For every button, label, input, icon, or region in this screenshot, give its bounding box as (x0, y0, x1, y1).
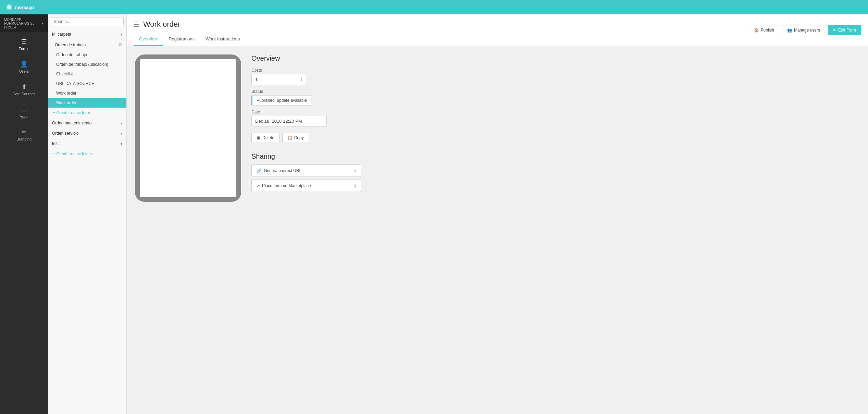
tab-overview[interactable]: Overview (134, 33, 163, 46)
folder-mi-carpeta-toggle: ▾ (121, 33, 122, 36)
users-icon: 👤 (20, 60, 28, 68)
status-label: Status (251, 89, 850, 94)
account-selector[interactable]: MOREAPP FORMULARIOS SL (33915) ▾ (0, 14, 48, 33)
create-new-folder-link[interactable]: + Create a new folder (48, 149, 126, 159)
branding-icon: ✏ (22, 128, 27, 136)
sidebar-item-label-forms: Forms (18, 47, 29, 51)
marketplace-icon: ↗ (257, 183, 260, 188)
apps-icon: ☐ (21, 106, 27, 113)
folder-mi-carpeta-label: Mi carpeta (52, 32, 71, 37)
tree-item-checklist[interactable]: Checklist (48, 69, 126, 79)
account-chevron: ▾ (42, 21, 44, 26)
folder-orden-servicio[interactable]: Orden servicio ▾ (48, 128, 126, 138)
delete-button[interactable]: 🗑 Delete (251, 133, 280, 143)
main-header: ☰ Work order Overview Registrations Work… (127, 14, 868, 46)
forms-icon: ☰ (21, 38, 27, 45)
costs-label: Costs (251, 68, 850, 73)
edit-form-icon: ✏ (833, 28, 836, 33)
tree-item-work-order-active[interactable]: Work order (48, 98, 126, 108)
delete-label: Delete (262, 135, 274, 140)
generate-url-info-icon[interactable]: ℹ (354, 168, 356, 173)
topbar: moreapp (0, 0, 868, 14)
generate-url-label: Generate direct URL (264, 168, 301, 173)
date-value: Dec 18, 2018 12:20 PM (251, 116, 327, 126)
overview-heading: Overview (251, 54, 850, 62)
action-buttons: 🗑 Delete 📋 Copy (251, 133, 850, 143)
costs-info-icon[interactable]: ℹ (301, 77, 302, 82)
tree-item-orden-trabajo-ubicacion[interactable]: Orden de trabajo (ubicación) (48, 60, 126, 69)
folder-orden-servicio-toggle: ▾ (121, 132, 122, 135)
folder-orden-trabajo-gear[interactable]: ⚙ (118, 42, 122, 47)
folder-orden-mantenimiento[interactable]: Orden mantenimiento ▾ (48, 118, 126, 128)
page-title: Work order (143, 20, 180, 29)
copy-label: Copy (294, 135, 304, 140)
device-inner (140, 59, 236, 197)
create-new-form-link[interactable]: + Create a new form (48, 108, 126, 118)
folder-orden-servicio-label: Orden servicio (52, 131, 78, 136)
generate-url-icon: 🔗 (257, 168, 262, 173)
status-value: Published, update available (251, 95, 311, 106)
marketplace-info-icon[interactable]: ℹ (354, 183, 356, 188)
datasources-icon: ⬆ (22, 83, 27, 90)
costs-value: 1 ℹ (251, 74, 306, 85)
tab-registrations[interactable]: Registrations (163, 33, 200, 46)
folder-orden-mantenimiento-toggle: ▾ (121, 121, 122, 125)
main-content: ☰ Work order Overview Registrations Work… (127, 14, 868, 414)
publish-label: Publish (761, 28, 774, 33)
logo[interactable]: moreapp (5, 3, 34, 11)
manage-users-icon: 👥 (787, 28, 792, 33)
tree-item-work-order-1[interactable]: Work order (48, 88, 126, 98)
manage-users-button[interactable]: 👥 Manage users (782, 25, 825, 35)
page-title-area: ☰ Work order (134, 14, 245, 29)
account-label: MOREAPP FORMULARIOS SL (33915) (4, 18, 42, 29)
marketplace-button[interactable]: ↗ Place form on Marketplace ℹ (251, 180, 361, 192)
delete-icon: 🗑 (257, 135, 261, 140)
file-tree: Mi carpeta ▾ Orden de trabajo ⚙ Orden de… (48, 14, 127, 414)
sidebar-item-datasources[interactable]: ⬆ Data Sources (0, 78, 48, 101)
logo-text: moreapp (15, 5, 34, 10)
folder-test[interactable]: test ▾ (48, 138, 126, 149)
sidebar-item-label-branding: Branding (16, 137, 32, 141)
folder-orden-mantenimiento-label: Orden mantenimiento (52, 121, 91, 125)
sidebar-item-branding[interactable]: ✏ Branding (0, 123, 48, 146)
edit-form-label: Edit Form (838, 28, 856, 33)
header-actions: 🏠 Publish 👥 Manage users ✏ Edit Form (749, 25, 861, 35)
folder-mi-carpeta[interactable]: Mi carpeta ▾ (48, 29, 126, 39)
manage-users-label: Manage users (794, 28, 820, 33)
logo-icon (5, 3, 13, 11)
tree-item-orden-trabajo-1[interactable]: Orden de trabajo (48, 50, 126, 60)
tree-item-url-data-source[interactable]: URL DATA SOURCE (48, 79, 126, 88)
search-input[interactable] (51, 17, 124, 26)
sidebar-item-label-apps: Apps (20, 114, 28, 119)
overview-panel: Overview Costs 1 ℹ Status Published, upd… (241, 54, 860, 406)
folder-test-toggle: ▾ (121, 142, 122, 146)
page-title-icon: ☰ (134, 20, 140, 28)
generate-url-button[interactable]: 🔗 Generate direct URL ℹ (251, 165, 361, 177)
form-preview (135, 54, 241, 406)
search-container (48, 14, 126, 29)
folder-orden-trabajo-label: Orden de trabajo (55, 42, 86, 47)
marketplace-label: Place form on Marketplace (262, 183, 311, 188)
folder-test-label: test (52, 141, 59, 146)
sidebar-nav: ☰ Forms 👤 Users ⬆ Data Sources ☐ Apps ✏ … (0, 33, 48, 146)
tabs: Overview Registrations Work Instructions (134, 29, 245, 46)
edit-form-button[interactable]: ✏ Edit Form (828, 25, 861, 35)
copy-button[interactable]: 📋 Copy (282, 133, 309, 143)
copy-icon: 📋 (287, 135, 293, 140)
sidebar-item-forms[interactable]: ☰ Forms (0, 33, 48, 56)
date-label: Date (251, 110, 850, 114)
sidebar-item-apps[interactable]: ☐ Apps (0, 101, 48, 123)
folder-orden-trabajo[interactable]: Orden de trabajo ⚙ (48, 39, 126, 50)
tab-work-instructions[interactable]: Work Instructions (200, 33, 245, 46)
sidebar: MOREAPP FORMULARIOS SL (33915) ▾ ☰ Forms… (0, 14, 48, 414)
sharing-heading: Sharing (251, 153, 850, 160)
device-frame (135, 54, 241, 202)
content-area: Overview Costs 1 ℹ Status Published, upd… (127, 46, 868, 414)
sidebar-item-users[interactable]: 👤 Users (0, 56, 48, 78)
publish-button[interactable]: 🏠 Publish (749, 25, 779, 35)
sidebar-item-label-users: Users (19, 69, 29, 73)
publish-icon: 🏠 (754, 28, 759, 33)
sidebar-item-label-datasources: Data Sources (13, 92, 36, 96)
